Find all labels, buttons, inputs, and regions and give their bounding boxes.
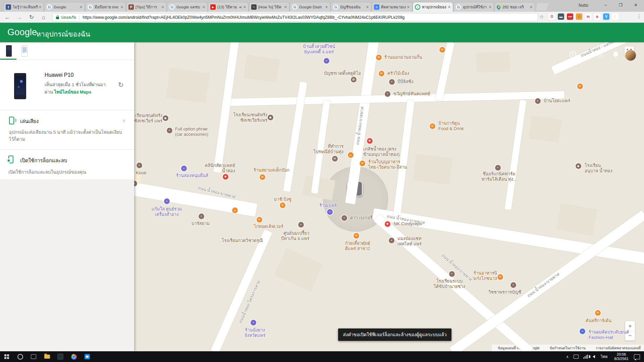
secure-label[interactable]: ปลอดภัย <box>61 14 76 20</box>
taskbar-photos-button[interactable] <box>54 351 67 362</box>
help-icon[interactable]: ? <box>570 51 576 58</box>
forward-icon[interactable]: → <box>15 13 24 22</box>
taskbar-start-button[interactable] <box>0 351 13 362</box>
health-poi-icon[interactable]: ✚ <box>385 221 390 227</box>
taskbar-chrome-button[interactable] <box>67 351 80 362</box>
dot-poi-icon[interactable]: • <box>137 163 142 168</box>
device-tab-other[interactable] <box>21 45 28 57</box>
mask-extension-icon[interactable]: ▬ <box>558 13 564 20</box>
art-poi-icon[interactable]: ✿ <box>351 77 357 82</box>
blocker-extension-icon[interactable]: ⊘ <box>594 13 600 20</box>
browser-tab[interactable]: fไม่รู้ว่าจะฟินหรื✕ <box>3 2 44 12</box>
cookie-extension-icon[interactable]: ∴ <box>576 13 582 20</box>
dot-poi-icon[interactable]: • <box>199 214 204 219</box>
browser-tab[interactable]: 282 ซอย เจริ✕ <box>494 2 535 12</box>
device-tab-huawei[interactable] <box>6 45 12 57</box>
volume-icon[interactable] <box>593 355 595 358</box>
tab-audio-icon[interactable]: ◄) <box>238 6 242 9</box>
apps-grid-icon[interactable] <box>597 52 603 58</box>
tab-close-icon[interactable]: ✕ <box>284 5 287 9</box>
signal-bars-icon[interactable] <box>583 355 588 359</box>
tab-close-icon[interactable]: ✕ <box>530 5 533 9</box>
browser-tab[interactable]: ▶(13) วิธีตาม◄)✕ <box>208 2 249 12</box>
minimize-button[interactable]: – <box>598 0 613 10</box>
shop-poi-icon[interactable]: ▪ <box>251 320 256 325</box>
dot-poi-icon[interactable]: • <box>535 98 541 104</box>
browser-tab[interactable]: ▯หาอุปกรณ์ของ✕ <box>413 2 453 12</box>
browser-tab[interactable]: GGoogle แดชบ✕ <box>167 2 208 12</box>
map-attribution-link[interactable]: ข้อกำหนดในการใช้งาน <box>550 345 586 351</box>
m-ext-extension-icon[interactable]: m <box>585 13 591 20</box>
dot-poi-icon[interactable]: • <box>511 282 516 288</box>
taskbar-folder-button[interactable] <box>40 351 54 362</box>
dot-poi-icon[interactable]: • <box>341 215 347 221</box>
tab-close-icon[interactable]: ✕ <box>325 5 328 9</box>
close-window-button[interactable]: ✕ <box>628 0 643 10</box>
browser-tab[interactable]: ≡ติดตามหมายเล✕ <box>372 2 412 12</box>
taskbar-line-button[interactable] <box>80 351 94 362</box>
school-poi-icon[interactable]: ◆ <box>576 163 581 169</box>
reload-icon[interactable]: ↻ <box>27 13 36 22</box>
browser-tab[interactable]: GGoogle Dash✕ <box>290 2 330 12</box>
tab-close-icon[interactable]: ✕ <box>79 5 83 9</box>
food-poi-icon[interactable]: Ψ <box>260 174 265 180</box>
back-icon[interactable]: ← <box>3 13 12 22</box>
tab-close-icon[interactable]: ✕ <box>366 5 369 9</box>
browser-tab[interactable]: Gมือถือหาย ime✕ <box>85 2 126 12</box>
health-poi-icon[interactable]: ✚ <box>223 174 228 180</box>
refresh-icon[interactable]: ↻ <box>118 81 124 89</box>
opera-extension-icon[interactable]: O <box>549 13 555 20</box>
adblock-extension-icon[interactable]: ABP <box>567 13 573 20</box>
food-poi-icon[interactable]: Ψ <box>360 161 365 166</box>
shield-extension-icon[interactable]: V <box>603 13 609 20</box>
action-center-icon[interactable] <box>634 354 640 359</box>
maximize-button[interactable]: ❐ <box>613 0 628 10</box>
avatar[interactable] <box>625 50 636 61</box>
browser-tab[interactable]: P[Tips] วิธีการ✕ <box>126 2 167 12</box>
browser-menu-icon[interactable]: ⋮ <box>637 13 642 19</box>
network-monitor-icon[interactable] <box>574 355 579 359</box>
nightmode-extension-icon[interactable]: ☾ <box>612 13 619 20</box>
tab-close-icon[interactable]: ✕ <box>489 5 492 9</box>
tab-close-icon[interactable]: ✕ <box>407 5 410 9</box>
food-poi-icon[interactable]: Ψ <box>379 71 384 76</box>
tab-close-icon[interactable]: ✕ <box>161 5 164 9</box>
dot-poi-icon[interactable]: • <box>167 128 172 133</box>
health-poi-icon[interactable]: ✚ <box>367 138 373 144</box>
food-poi-icon[interactable]: Ψ <box>280 202 285 208</box>
school-poi-icon[interactable]: ◆ <box>163 115 168 121</box>
tab-close-icon[interactable]: ✕ <box>120 5 123 9</box>
shop-poi-icon[interactable]: ▪ <box>324 58 329 64</box>
food-poi-icon[interactable]: Ψ <box>439 47 445 53</box>
food-poi-icon[interactable]: Ψ <box>595 310 601 316</box>
maps-timeline-link[interactable]: ไทม์ไลน์ของ Maps <box>54 89 92 95</box>
play-sound-button[interactable]: เล่นเสียง <box>20 117 39 125</box>
food-poi-icon[interactable]: Ψ <box>376 55 382 60</box>
dot-poi-icon[interactable]: • <box>389 79 395 85</box>
browser-tab[interactable]: Gบัญชีของฉัน✕ <box>331 2 371 12</box>
url-text[interactable]: https://www.google.com/android/find?rapt… <box>83 15 535 20</box>
map-attribution-link[interactable]: รายงานข้อผิดพลาดของแผนที่ <box>596 345 641 351</box>
food-poi-icon[interactable]: Ψ <box>257 217 262 223</box>
dot-poi-icon[interactable]: • <box>389 238 394 243</box>
new-tab-button[interactable] <box>535 3 548 10</box>
tab-close-icon[interactable]: ✕ <box>202 5 205 9</box>
profile-name[interactable]: Nutto <box>579 3 588 8</box>
tab-close-icon[interactable]: ✕ <box>39 5 42 9</box>
shop-poi-icon[interactable]: ▪ <box>181 166 187 171</box>
home-icon[interactable]: ⌂ <box>39 13 48 22</box>
tab-close-icon[interactable]: ✕ <box>448 5 451 9</box>
browser-tab[interactable]: Gอุปกรณ์ที่ใช้งา✕ <box>453 2 494 12</box>
address-bar[interactable]: ปลอดภัย | https://www.google.com/android… <box>52 13 538 21</box>
lock-erase-button[interactable]: เปิดใช้การล็อกและลบ <box>20 157 67 165</box>
shop-poi-icon[interactable]: ▪ <box>164 198 170 204</box>
food-poi-icon[interactable]: Ψ <box>354 233 359 239</box>
cafe-poi-icon[interactable]: ☕ <box>232 207 238 213</box>
dot-poi-icon[interactable]: • <box>298 222 304 228</box>
food-poi-icon[interactable]: Ψ <box>430 123 435 129</box>
language-indicator[interactable]: ไทย <box>601 354 607 360</box>
taskbar-task-button[interactable] <box>27 351 40 362</box>
tab-close-icon[interactable]: ✕ <box>243 5 246 9</box>
browser-tab[interactable]: ✎[How To] วิธีต✕ <box>249 2 289 12</box>
taskbar-clock[interactable]: 20:06 8/3/2561 <box>614 352 629 361</box>
